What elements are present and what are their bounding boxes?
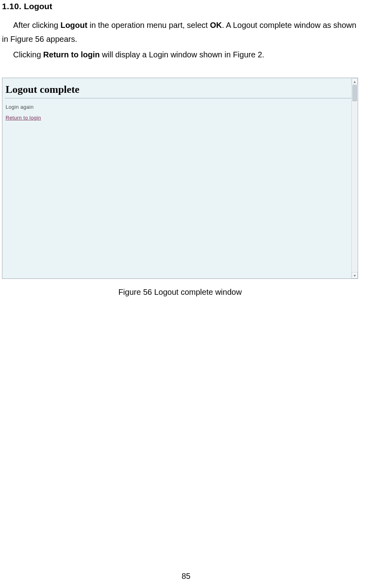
- scroll-thumb[interactable]: [353, 85, 357, 101]
- scroll-up-arrow-icon[interactable]: ▴: [352, 78, 358, 84]
- figure-56: Logout complete Login again Return to lo…: [2, 78, 358, 297]
- page-number: 85: [0, 572, 372, 581]
- p1-text-c: in the operation menu part, select: [88, 21, 210, 29]
- section-title: Logout: [24, 2, 52, 11]
- p1-text-a: After clicking: [13, 21, 60, 29]
- return-to-login-link[interactable]: Return to login: [6, 115, 41, 121]
- p1-bold-ok: OK: [210, 21, 222, 29]
- p2-text-a: Clicking: [13, 50, 43, 59]
- section-number: 1.10.: [2, 2, 21, 11]
- login-again-label: Login again: [6, 104, 353, 110]
- divider: [5, 98, 353, 98]
- document-page: 1.10. Logout After clicking Logout in th…: [0, 0, 372, 297]
- vertical-scrollbar[interactable]: ▴ ▾: [351, 78, 358, 278]
- paragraph-2: Clicking Return to login will display a …: [2, 48, 358, 62]
- paragraph-1: After clicking Logout in the operation m…: [2, 18, 358, 46]
- p1-bold-logout: Logout: [60, 21, 88, 29]
- logout-complete-heading: Logout complete: [6, 84, 353, 96]
- p2-bold-return: Return to login: [43, 50, 100, 59]
- scroll-down-arrow-icon[interactable]: ▾: [352, 272, 358, 278]
- figure-caption: Figure 56 Logout complete window: [2, 288, 358, 297]
- logout-complete-window: Logout complete Login again Return to lo…: [2, 78, 358, 279]
- section-heading: 1.10. Logout: [2, 2, 358, 11]
- p2-text-c: will display a Login window shown in Fig…: [100, 50, 265, 59]
